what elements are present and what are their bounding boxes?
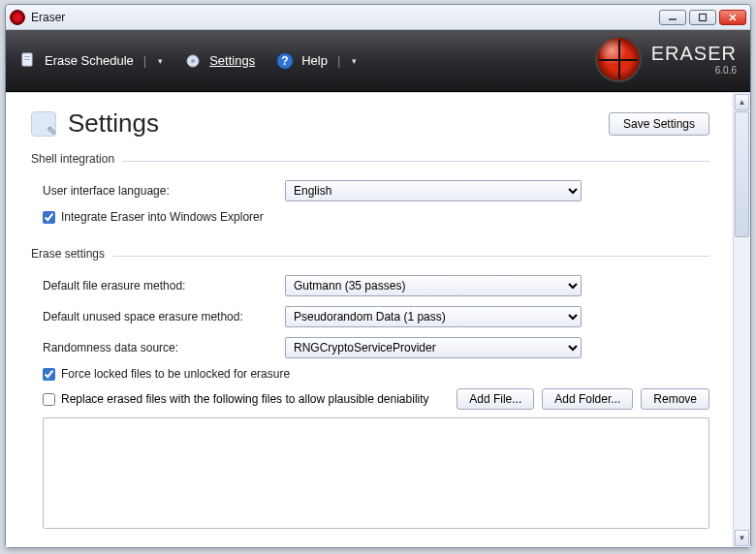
content-area: Settings Save Settings Shell integration… xyxy=(6,93,733,547)
erase-schedule-menu[interactable]: Erase Schedule | ▾ xyxy=(17,50,163,72)
svg-rect-6 xyxy=(24,59,30,60)
window-controls xyxy=(659,10,746,25)
chevron-down-icon: ▾ xyxy=(158,56,163,66)
schedule-icon xyxy=(17,50,39,72)
scroll-thumb[interactable] xyxy=(735,111,749,237)
scroll-track[interactable] xyxy=(735,111,749,529)
close-icon xyxy=(728,13,738,22)
brand-name: ERASER xyxy=(651,43,737,65)
page-title: Settings xyxy=(68,108,159,138)
integrate-explorer-checkbox[interactable] xyxy=(43,211,55,224)
brand-version: 6.0.6 xyxy=(651,65,737,76)
svg-rect-1 xyxy=(700,14,707,20)
erase-schedule-label: Erase Schedule xyxy=(45,53,134,68)
help-menu[interactable]: ? Help | ▾ xyxy=(274,50,357,72)
help-icon: ? xyxy=(274,50,296,72)
app-icon xyxy=(10,10,25,25)
rng-select[interactable]: RNGCryptoServiceProvider xyxy=(285,337,582,358)
add-file-button[interactable]: Add File... xyxy=(457,388,534,410)
force-unlock-checkbox[interactable] xyxy=(43,368,55,381)
integrate-explorer-label: Integrate Eraser into Windows Explorer xyxy=(61,210,264,224)
chevron-down-icon: ▾ xyxy=(352,56,357,66)
help-label: Help xyxy=(301,53,328,68)
shell-integration-group: Shell integration User interface languag… xyxy=(31,152,709,228)
plausible-deniability-label: Replace erased files with the following … xyxy=(61,392,429,406)
minimize-button[interactable] xyxy=(659,10,686,25)
space-method-label: Default unused space erasure method: xyxy=(43,310,275,323)
erase-settings-group: Erase settings Default file erasure meth… xyxy=(31,247,709,529)
settings-page-icon xyxy=(31,111,56,137)
maximize-icon xyxy=(698,13,708,22)
svg-rect-5 xyxy=(24,56,30,57)
rng-label: Randomness data source: xyxy=(43,341,275,354)
plausible-files-listbox[interactable] xyxy=(43,417,709,529)
minimize-icon xyxy=(668,13,677,22)
settings-label: Settings xyxy=(209,53,255,68)
shell-legend: Shell integration xyxy=(31,152,122,166)
save-settings-button[interactable]: Save Settings xyxy=(609,112,709,136)
plausible-deniability-checkbox[interactable] xyxy=(43,393,55,406)
app-window: Eraser Erase Schedule | ▾ xyxy=(5,4,751,548)
scroll-up-button[interactable]: ▲ xyxy=(735,94,749,110)
language-label: User interface language: xyxy=(43,184,275,198)
settings-menu[interactable]: Settings xyxy=(182,50,255,72)
svg-point-8 xyxy=(191,59,195,63)
svg-text:?: ? xyxy=(281,54,288,68)
toolbar: Erase Schedule | ▾ Settings ? Help | ▾ E… xyxy=(6,30,750,92)
close-button[interactable] xyxy=(719,10,746,25)
file-method-select[interactable]: Gutmann (35 passes) xyxy=(285,275,582,296)
maximize-button[interactable] xyxy=(689,10,716,25)
vertical-scrollbar[interactable]: ▲ ▼ xyxy=(733,93,750,547)
brand: ERASER 6.0.6 xyxy=(595,36,737,82)
file-method-label: Default file erasure method: xyxy=(43,279,275,292)
window-title: Eraser xyxy=(31,11,65,24)
titlebar: Eraser xyxy=(6,5,750,30)
add-folder-button[interactable]: Add Folder... xyxy=(542,388,633,410)
erase-legend: Erase settings xyxy=(31,247,112,261)
language-select[interactable]: English xyxy=(285,180,582,201)
remove-button[interactable]: Remove xyxy=(641,388,709,410)
force-unlock-label: Force locked files to be unlocked for er… xyxy=(61,367,290,381)
scroll-down-button[interactable]: ▼ xyxy=(735,530,749,546)
space-method-select[interactable]: Pseudorandom Data (1 pass) xyxy=(285,306,582,327)
brand-logo-icon xyxy=(595,36,642,82)
gear-icon xyxy=(182,50,204,72)
